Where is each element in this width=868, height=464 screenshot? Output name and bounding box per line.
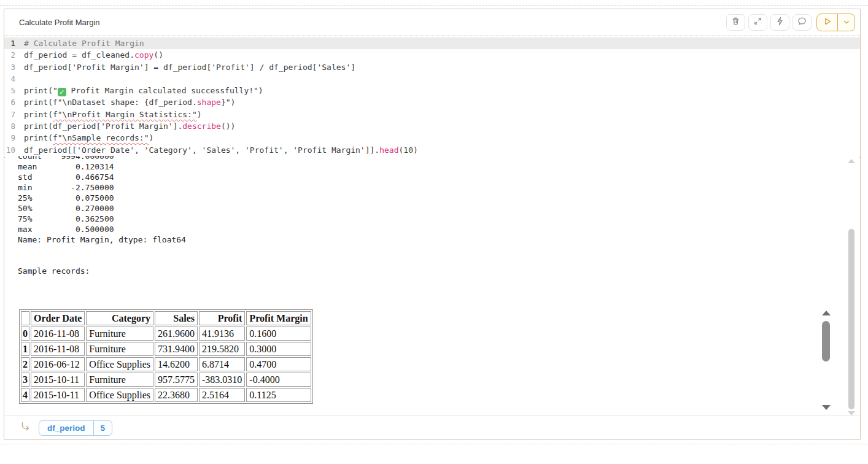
code-text: print(df_period['Profit Margin'].describ…: [24, 120, 235, 132]
dataframe-table: Order DateCategorySalesProfitProfit Marg…: [19, 309, 313, 404]
row-index-cell: 4: [21, 388, 29, 402]
adjacent-cell-separator-bottom: [0, 444, 868, 444]
output-scroll-up-arrow-icon[interactable]: [848, 159, 855, 163]
table-header-cell: Order Date: [31, 311, 85, 325]
code-line[interactable]: 5print("✓ Profit Margin calculated succe…: [4, 85, 860, 96]
table-cell: 957.5775: [155, 373, 198, 387]
code-text: print(f"\nSample records:"): [24, 132, 153, 144]
table-cell: 261.9600: [155, 327, 198, 341]
line-number: 1: [4, 37, 24, 49]
table-cell: 2015-10-11: [31, 388, 85, 402]
return-value-arrow-icon: [20, 421, 31, 435]
table-scrollbar[interactable]: [821, 309, 831, 411]
cell-title-bar: Calculate Profit Margin: [4, 9, 860, 36]
code-text: # Calculate Profit Margin: [24, 37, 144, 49]
code-text: df_period['Profit Margin'] = df_period['…: [24, 61, 355, 73]
code-text: print("✓ Profit Margin calculated succes…: [24, 85, 263, 96]
table-cell: Office Supplies: [86, 357, 153, 371]
table-cell: 22.3680: [155, 388, 198, 402]
table-cell: Office Supplies: [86, 388, 153, 402]
table-cell: 0.4700: [246, 357, 311, 371]
table-cell: Furniture: [86, 373, 153, 387]
table-cell: 6.8714: [199, 357, 245, 371]
code-editor[interactable]: 1# Calculate Profit Margin2df_period = d…: [4, 36, 860, 158]
code-line[interactable]: 3df_period['Profit Margin'] = df_period[…: [4, 61, 860, 73]
stats-output: count 9994.000000 mean 0.120314 std 0.46…: [5, 156, 859, 276]
code-line[interactable]: 10df_period[['Order Date', 'Category', '…: [4, 144, 860, 156]
table-row: 12016-11-08Furniture731.9400219.58200.30…: [21, 342, 311, 356]
dataframe-table-wrap: Order DateCategorySalesProfitProfit Marg…: [19, 309, 313, 404]
row-index-cell: 0: [21, 327, 29, 341]
table-cell: Furniture: [86, 327, 153, 341]
expand-cell-button[interactable]: [748, 14, 767, 31]
notebook-cell: Calculate Profit Margin: [4, 9, 861, 440]
output-scroll-down-arrow-icon[interactable]: [848, 411, 855, 416]
code-line[interactable]: 2df_period = df_cleaned.copy(): [4, 49, 860, 61]
cell-output: count 9994.000000 mean 0.120314 std 0.46…: [5, 156, 859, 417]
comment-button[interactable]: [792, 14, 812, 31]
table-header-cell: Category: [86, 311, 153, 325]
variable-badge[interactable]: df_period 5: [39, 420, 112, 436]
code-line[interactable]: 1# Calculate Profit Margin: [4, 37, 860, 49]
code-text: df_period = df_cleaned.copy(): [24, 49, 163, 61]
table-header-cell: [21, 311, 29, 325]
lightning-icon: [775, 17, 785, 28]
table-cell: Furniture: [86, 342, 153, 356]
table-row: 32015-10-11Furniture957.5775-383.0310-0.…: [21, 373, 311, 387]
run-button-group: [816, 14, 855, 31]
code-text: print(f"\nDataset shape: {df_period.shap…: [24, 96, 235, 108]
output-scrollbar-thumb[interactable]: [848, 229, 854, 409]
table-row: 22016-06-12Office Supplies14.62006.87140…: [21, 357, 311, 371]
adjacent-cell-separator-top: [0, 5, 868, 6]
dataframe-table-header: Order DateCategorySalesProfitProfit Marg…: [21, 311, 311, 325]
scroll-down-arrow-icon[interactable]: [822, 405, 831, 410]
play-icon: [823, 17, 832, 28]
row-index-cell: 2: [21, 357, 29, 371]
code-text: df_period[['Order Date', 'Category', 'Sa…: [24, 144, 418, 156]
table-cell: 2016-06-12: [31, 357, 85, 371]
cell-title[interactable]: Calculate Profit Margin: [19, 18, 100, 27]
line-number: 4: [4, 73, 24, 85]
table-cell: 2015-10-11: [31, 373, 85, 387]
variable-count[interactable]: 5: [93, 421, 112, 435]
table-cell: 0.3000: [246, 342, 311, 356]
code-line[interactable]: 6print(f"\nDataset shape: {df_period.sha…: [4, 96, 860, 108]
line-number: 10: [4, 144, 24, 156]
row-index-cell: 1: [21, 342, 29, 356]
line-number: 2: [4, 49, 24, 61]
trash-icon: [731, 17, 740, 28]
dataframe-table-body: 02016-11-08Furniture261.960041.91360.160…: [21, 327, 311, 402]
ai-assist-button[interactable]: [770, 14, 789, 31]
table-header-cell: Profit Margin: [246, 311, 311, 325]
table-cell: -0.4000: [246, 373, 311, 387]
table-cell: 41.9136: [199, 327, 245, 341]
cell-toolbar: [726, 14, 855, 31]
variable-name[interactable]: df_period: [39, 421, 93, 435]
table-cell: 2016-11-08: [31, 327, 85, 341]
table-scrollbar-thumb[interactable]: [822, 321, 830, 362]
table-cell: 0.1125: [246, 388, 311, 402]
check-mark-icon: ✓: [58, 88, 66, 96]
table-row: 42015-10-11Office Supplies22.36802.51640…: [21, 388, 311, 402]
delete-cell-button[interactable]: [726, 14, 745, 31]
table-cell: -383.0310: [199, 373, 245, 387]
table-cell: 731.9400: [155, 342, 198, 356]
table-cell: 219.5820: [199, 342, 245, 356]
expand-icon: [753, 17, 762, 28]
line-number: 5: [4, 85, 24, 96]
table-row: 02016-11-08Furniture261.960041.91360.160…: [21, 327, 311, 341]
scroll-up-arrow-icon[interactable]: [822, 311, 831, 315]
run-cell-button[interactable]: [817, 14, 838, 31]
code-line[interactable]: 7print(f"\nProfit Margin Statistics:"): [4, 109, 860, 120]
run-options-button[interactable]: [838, 14, 854, 31]
code-line[interactable]: 9print(f"\nSample records:"): [4, 132, 860, 144]
code-line[interactable]: 8print(df_period['Profit Margin'].descri…: [4, 120, 860, 132]
code-line[interactable]: 4: [4, 73, 860, 85]
output-scrollbar[interactable]: [847, 158, 856, 416]
table-cell: 2016-11-08: [31, 342, 85, 356]
chevron-down-icon: [843, 17, 850, 28]
table-header-cell: Sales: [155, 311, 198, 325]
line-number: 3: [4, 61, 24, 73]
table-cell: 14.6200: [155, 357, 198, 371]
line-number: 6: [4, 96, 24, 108]
